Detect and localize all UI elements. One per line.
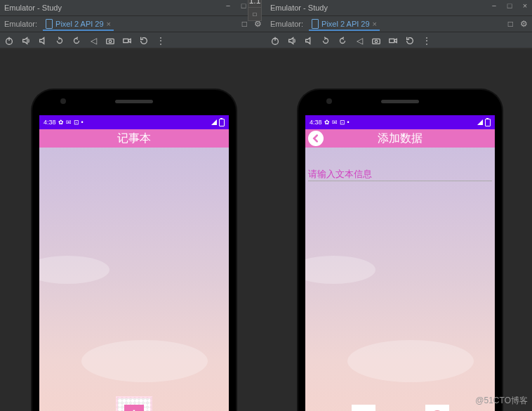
more-icon[interactable]: ⋮ (422, 36, 432, 46)
app-bar: 记事本 (39, 129, 229, 148)
camera-icon[interactable] (371, 36, 381, 46)
status-time: 4:38 (44, 119, 56, 126)
bug-icon: ⊡ (74, 119, 79, 126)
device-screen: 4:38 ✿ ✉ ⊡ • 记事本 (39, 115, 229, 411)
text-input[interactable] (308, 167, 492, 181)
close-tab-icon[interactable]: × (107, 20, 111, 28)
title-bar: Emulator - Study − □ × (266, 0, 532, 16)
svg-point-11 (375, 40, 378, 43)
rotate-left-icon[interactable] (321, 36, 331, 46)
dot-icon: • (347, 119, 350, 126)
zoom-fit-button[interactable]: □ (248, 8, 261, 20)
rotate-right-icon[interactable] (72, 36, 81, 46)
speaker (115, 100, 153, 103)
device-frame: 4:38 ✿ ✉ ⊡ • (298, 90, 502, 411)
zoom-one-button[interactable]: 1:1 (248, 0, 261, 8)
emulator-canvas: 4:38 ✿ ✉ ⊡ • 记事本 (0, 48, 266, 49)
svg-rect-4 (124, 39, 128, 42)
reload-icon[interactable] (139, 36, 149, 46)
back-button[interactable] (308, 131, 324, 146)
device-frame: 4:38 ✿ ✉ ⊡ • 记事本 (32, 90, 236, 411)
gear-small-icon: ✿ (324, 119, 330, 126)
speaker (381, 100, 419, 103)
svg-rect-2 (107, 39, 114, 44)
device-bar: Emulator: Pixel 2 API 29 × □ ⚙ (266, 16, 532, 32)
power-icon[interactable] (4, 36, 14, 46)
power-icon[interactable] (270, 36, 280, 46)
emulator-canvas: 4:38 ✿ ✉ ⊡ • (266, 48, 532, 49)
volume-down-icon[interactable] (304, 36, 314, 46)
gear-small-icon: ✿ (58, 119, 64, 126)
phone-icon (312, 19, 319, 29)
emulator-label: Emulator: (270, 20, 303, 28)
window-title: Emulator - Study (266, 4, 328, 12)
zoom-controls: + − 1:1 □ (248, 0, 262, 21)
device-bar: Emulator: Pixel 2 API 29 × □ ⚙ (0, 16, 266, 32)
back-icon[interactable]: ◁ (88, 36, 98, 46)
app-title: 添加数据 (378, 131, 423, 146)
maximize-icon[interactable]: □ (505, 1, 514, 10)
minimize-icon[interactable]: − (490, 1, 498, 10)
watermark: @51CTO博客 (475, 395, 528, 407)
svg-rect-10 (373, 39, 380, 44)
camera-dot (60, 98, 66, 104)
device-selector[interactable]: Pixel 2 API 29 × (309, 18, 380, 31)
camera-icon[interactable] (105, 36, 115, 46)
status-time: 4:38 (310, 119, 322, 126)
dot-icon: • (81, 119, 84, 126)
record-icon[interactable] (388, 36, 398, 46)
more-icon[interactable]: ⋮ (156, 36, 166, 46)
rotate-right-icon[interactable] (338, 36, 347, 46)
bug-icon: ⊡ (340, 119, 345, 126)
volume-up-icon[interactable] (21, 36, 31, 46)
signal-icon (211, 119, 217, 125)
volume-down-icon[interactable] (38, 36, 48, 46)
device-name: Pixel 2 API 29 (55, 20, 104, 28)
msg-icon: ✉ (66, 119, 72, 126)
back-icon[interactable]: ◁ (354, 36, 364, 46)
emulator-label: Emulator: (4, 20, 37, 28)
app-title: 记事本 (117, 131, 151, 146)
gear-icon[interactable]: ⚙ (520, 19, 528, 29)
emulator-window-right: Emulator - Study − □ × Emulator: Pixel 2… (266, 0, 532, 49)
device-screen: 4:38 ✿ ✉ ⊡ • (305, 115, 495, 411)
device-name: Pixel 2 API 29 (321, 20, 370, 28)
phone-icon (46, 19, 53, 29)
add-form-area (305, 148, 495, 411)
note-list-area: + (39, 148, 229, 411)
record-icon[interactable] (122, 36, 132, 46)
rotate-left-icon[interactable] (55, 36, 65, 46)
camera-dot (326, 98, 332, 104)
battery-icon (485, 119, 491, 126)
delete-button[interactable] (425, 405, 449, 411)
svg-point-3 (109, 40, 112, 43)
reload-icon[interactable] (405, 36, 415, 46)
window-mode-icon[interactable]: □ (508, 19, 513, 29)
close-tab-icon[interactable]: × (373, 20, 377, 28)
signal-icon (477, 119, 483, 125)
android-status-bar: 4:38 ✿ ✉ ⊡ • (39, 115, 229, 129)
plus-icon: + (124, 405, 144, 411)
save-button[interactable] (352, 405, 375, 411)
volume-up-icon[interactable] (287, 36, 297, 46)
msg-icon: ✉ (332, 119, 338, 126)
battery-icon (219, 119, 225, 126)
emulator-window-left: Emulator - Study − □ × Emulator: Pixel 2… (0, 0, 266, 49)
android-status-bar: 4:38 ✿ ✉ ⊡ • (305, 115, 495, 129)
minimize-icon[interactable]: − (224, 1, 232, 10)
device-selector[interactable]: Pixel 2 API 29 × (43, 18, 114, 31)
window-mode-icon[interactable]: □ (242, 19, 247, 29)
title-bar: Emulator - Study − □ × (0, 0, 266, 16)
window-title: Emulator - Study (0, 4, 62, 12)
maximize-icon[interactable]: □ (239, 1, 248, 10)
emulator-toolbar: ◁ ⋮ (0, 32, 266, 49)
close-icon[interactable]: × (521, 1, 529, 10)
add-note-button[interactable]: + (116, 396, 152, 411)
emulator-toolbar: ◁ ⋮ (266, 32, 532, 49)
app-bar: 添加数据 (305, 129, 495, 148)
svg-rect-12 (390, 39, 394, 42)
